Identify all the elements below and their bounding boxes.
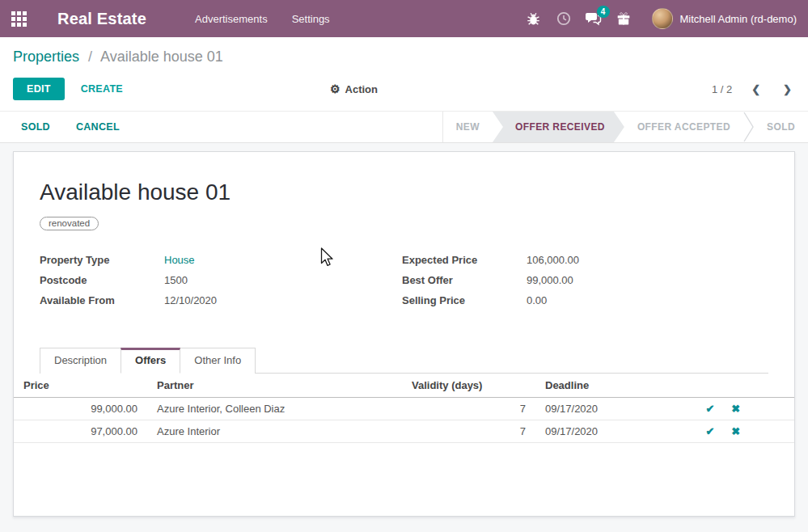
field-label: Expected Price xyxy=(402,253,527,267)
fields-left-column: Property Type House Postcode 1500 Availa… xyxy=(40,253,402,314)
pager: 1 / 2 ❮ ❯ xyxy=(712,82,795,97)
step-new[interactable]: NEW xyxy=(443,112,493,142)
field-label: Best Offer xyxy=(402,273,527,287)
step-sold[interactable]: SOLD xyxy=(754,112,808,142)
offer-validity: 7 xyxy=(402,398,535,420)
activities-clock-icon[interactable] xyxy=(556,11,572,27)
tag-renovated: renovated xyxy=(40,217,99,230)
column-deadline[interactable]: Deadline xyxy=(535,374,689,398)
offer-deadline: 09/17/2020 xyxy=(535,398,689,420)
breadcrumb-current: Available house 01 xyxy=(100,49,223,65)
field-label: Available From xyxy=(40,293,164,307)
pager-value: 1 / 2 xyxy=(712,83,732,95)
field-label: Property Type xyxy=(40,253,164,267)
control-panel: Properties / Available house 01 EDIT CRE… xyxy=(0,37,808,112)
pager-previous-icon[interactable]: ❮ xyxy=(748,82,764,97)
column-validity[interactable]: Validity (days) xyxy=(402,374,535,398)
notebook-tabs: Description Offers Other Info xyxy=(40,348,768,374)
field-value: 12/10/2020 xyxy=(164,293,217,307)
pager-next-icon[interactable]: ❯ xyxy=(780,82,795,97)
step-offer-received[interactable]: OFFER RECEIVED xyxy=(493,112,624,142)
nav-menus: Advertisements Settings xyxy=(193,10,332,28)
message-count-badge: 4 xyxy=(597,6,610,18)
offers-table: Price Partner Validity (days) Deadline 9… xyxy=(14,374,794,443)
form-sheet: Available house 01 renovated Property Ty… xyxy=(13,151,795,517)
column-partner[interactable]: Partner xyxy=(147,374,402,398)
breadcrumb-separator: / xyxy=(88,49,92,65)
offer-price: 99,000.00 xyxy=(14,398,147,420)
field-postcode: Postcode 1500 xyxy=(40,273,402,287)
create-button[interactable]: CREATE xyxy=(81,83,123,95)
field-label: Selling Price xyxy=(402,293,527,307)
offer-partner: Azure Interior xyxy=(147,420,402,443)
offer-deadline: 09/17/2020 xyxy=(535,420,689,443)
user-name: Mitchell Admin (rd-demo) xyxy=(680,13,797,25)
statusbar-steps: NEW OFFER RECEIVED OFFER ACCEPTED SOLD xyxy=(442,112,808,142)
property-title: Available house 01 xyxy=(40,179,768,205)
step-offer-accepted[interactable]: OFFER ACCEPTED xyxy=(624,112,743,142)
app-brand[interactable]: Real Estate xyxy=(57,10,146,28)
column-price[interactable]: Price xyxy=(14,374,147,398)
field-value: 99,000.00 xyxy=(527,273,573,287)
breadcrumb-properties[interactable]: Properties xyxy=(13,49,79,65)
field-expected-price: Expected Price 106,000.00 xyxy=(402,253,768,267)
offers-table-header: Price Partner Validity (days) Deadline xyxy=(14,374,794,398)
breadcrumb: Properties / Available house 01 xyxy=(13,49,795,65)
cancel-button[interactable]: CANCEL xyxy=(76,121,120,133)
field-available-from: Available From 12/10/2020 xyxy=(40,293,402,307)
offer-validity: 7 xyxy=(402,420,535,443)
menu-advertisements[interactable]: Advertisements xyxy=(193,10,269,28)
field-best-offer: Best Offer 99,000.00 xyxy=(402,273,768,287)
action-menu[interactable]: ⚙ Action xyxy=(330,82,378,95)
accept-offer-check-icon[interactable]: ✔ xyxy=(699,403,721,415)
offer-row-2[interactable]: 97,000.00 Azure Interior 7 09/17/2020 ✔ … xyxy=(14,420,794,443)
fields-group: Property Type House Postcode 1500 Availa… xyxy=(40,253,768,314)
tab-offers[interactable]: Offers xyxy=(121,348,180,374)
state-buttons: SOLD CANCEL xyxy=(0,112,120,142)
property-type-link[interactable]: House xyxy=(164,253,195,267)
offer-price: 97,000.00 xyxy=(14,420,147,443)
refuse-offer-cross-icon[interactable]: ✖ xyxy=(725,403,747,415)
content-area: Available house 01 renovated Property Ty… xyxy=(0,143,808,532)
debug-bug-icon[interactable] xyxy=(526,11,542,27)
systray: 4 Mitchell Admin (rd-demo) xyxy=(526,8,797,29)
refuse-offer-cross-icon[interactable]: ✖ xyxy=(725,425,747,437)
tab-description[interactable]: Description xyxy=(40,348,121,374)
field-value: 106,000.00 xyxy=(527,253,579,267)
control-panel-buttons: EDIT CREATE ⚙ Action 1 / 2 ❮ ❯ xyxy=(13,77,795,101)
action-label: Action xyxy=(345,83,378,95)
user-avatar xyxy=(652,8,673,29)
field-property-type: Property Type House xyxy=(40,253,402,267)
offer-row-1[interactable]: 99,000.00 Azure Interior, Colleen Diaz 7… xyxy=(14,398,794,420)
step-separator-icon xyxy=(743,112,754,142)
accept-offer-check-icon[interactable]: ✔ xyxy=(699,425,721,437)
menu-settings[interactable]: Settings xyxy=(290,10,332,28)
edit-button[interactable]: EDIT xyxy=(13,78,65,100)
top-navbar: Real Estate Advertisements Settings 4 xyxy=(0,0,808,37)
tab-other-info[interactable]: Other Info xyxy=(180,348,256,374)
gear-icon: ⚙ xyxy=(330,82,341,95)
statusbar: SOLD CANCEL NEW OFFER RECEIVED OFFER ACC… xyxy=(0,112,808,143)
sold-button[interactable]: SOLD xyxy=(21,121,50,133)
field-value: 0.00 xyxy=(527,293,547,307)
user-menu[interactable]: Mitchell Admin (rd-demo) xyxy=(652,8,797,29)
offer-partner: Azure Interior, Colleen Diaz xyxy=(147,398,402,420)
messages-chat-icon[interactable]: 4 xyxy=(586,11,602,27)
fields-right-column: Expected Price 106,000.00 Best Offer 99,… xyxy=(402,253,768,314)
field-label: Postcode xyxy=(40,273,164,287)
column-actions xyxy=(689,374,794,398)
field-selling-price: Selling Price 0.00 xyxy=(402,293,768,307)
gift-icon[interactable] xyxy=(616,11,632,27)
field-value: 1500 xyxy=(164,273,188,287)
apps-menu-icon[interactable] xyxy=(11,11,27,27)
